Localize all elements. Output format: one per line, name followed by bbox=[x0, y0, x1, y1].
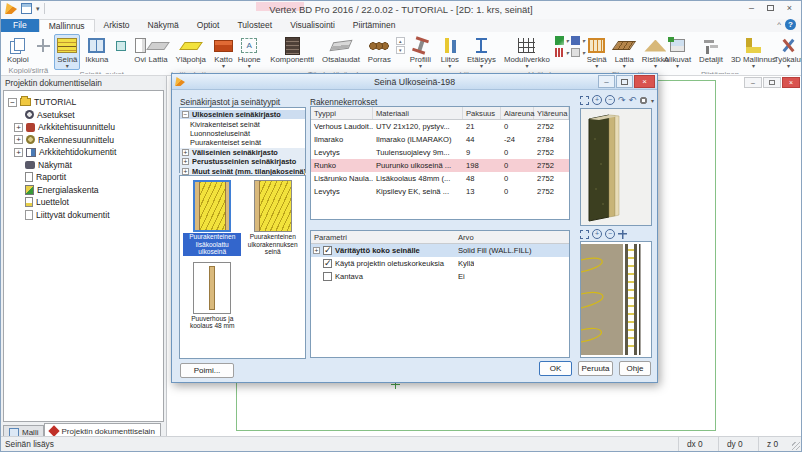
layer-row[interactable]: LevytysKipsilevy EK, seinä ...1302752 bbox=[311, 185, 569, 198]
expand-expander[interactable]: + bbox=[182, 158, 189, 165]
tab-tulosteet[interactable]: Tulosteet bbox=[228, 19, 281, 32]
column-header[interactable]: Arvo bbox=[455, 233, 474, 242]
zone-arrow-button[interactable]: ▾▾ bbox=[555, 36, 585, 45]
tab-nakyma[interactable]: Näkymä bbox=[139, 19, 188, 32]
parameter-value[interactable]: Ei bbox=[458, 272, 465, 281]
siirra-button[interactable] bbox=[34, 34, 53, 57]
tree-item-raportit[interactable]: Raportit bbox=[4, 171, 163, 184]
tree-item-energialaskenta[interactable]: Energialaskenta bbox=[4, 184, 163, 197]
document-restore-button[interactable] bbox=[763, 77, 781, 88]
checkbox-unchecked[interactable] bbox=[323, 272, 332, 281]
katto-button[interactable]: Katto bbox=[211, 34, 236, 70]
alikuvat-button[interactable]: Alikuvat bbox=[661, 34, 694, 70]
zoom-extents-icon[interactable] bbox=[580, 96, 589, 105]
library-node-ulkoseinien[interactable]: −Ulkoseinien seinäkirjasto bbox=[180, 110, 305, 119]
komponentti-button[interactable]: Komponentti bbox=[267, 34, 317, 66]
liitos-button[interactable]: Liitos bbox=[438, 34, 462, 70]
library-node-luonnostelu[interactable]: Luonnosteluseinät bbox=[180, 129, 305, 138]
huone-button[interactable]: Huone bbox=[235, 34, 264, 70]
settings-gear-icon[interactable] bbox=[639, 96, 648, 105]
column-header[interactable]: Tyyppi bbox=[311, 107, 373, 119]
checkbox-checked[interactable] bbox=[323, 259, 332, 268]
zoom-in-icon[interactable] bbox=[592, 229, 602, 239]
elementti-seina-button[interactable]: Seinä bbox=[584, 34, 610, 70]
otsalaudat-button[interactable]: Otsalaudat bbox=[319, 34, 363, 66]
tab-visualisointi[interactable]: Visualisointi bbox=[281, 19, 344, 32]
expand-expander[interactable] bbox=[14, 148, 23, 157]
tyokalut-button[interactable]: Työkalut bbox=[771, 34, 802, 70]
parameter-value[interactable]: Kyllä bbox=[458, 259, 474, 268]
kopioi-button[interactable]: Kopioi bbox=[4, 34, 32, 66]
profiili-button[interactable]: Profiili bbox=[407, 34, 434, 70]
zoom-extents-icon[interactable] bbox=[580, 230, 589, 239]
library-node-kivirakenteiset[interactable]: Kivirakenteiset seinät bbox=[180, 119, 305, 128]
moduliverkko-button[interactable]: Moduliverkko bbox=[501, 34, 553, 70]
tree-item-arkkitehtisuunnittelu[interactable]: Arkkitehtisuunnittelu bbox=[4, 121, 163, 134]
tree-item-luettelot[interactable]: Luettelot bbox=[4, 196, 163, 209]
collapse-expander[interactable]: − bbox=[182, 111, 189, 118]
expand-expander[interactable] bbox=[14, 135, 23, 144]
column-header[interactable]: Parametri bbox=[311, 233, 455, 242]
column-header[interactable]: Yläreuna bbox=[534, 107, 569, 119]
tree-item-liittyvat-dokumentit[interactable]: Liittyvät dokumentit bbox=[4, 209, 163, 222]
tree-item-rakennesuunnittelu[interactable]: Rakennesuunnittelu bbox=[4, 134, 163, 147]
checkbox-checked[interactable] bbox=[323, 246, 332, 255]
column-header[interactable]: Materiaali bbox=[373, 107, 463, 119]
help-icon[interactable]: ? bbox=[785, 19, 796, 30]
ok-button[interactable]: OK bbox=[539, 361, 572, 376]
library-node-puurakenteiset[interactable]: Puurakenteiset seinät bbox=[180, 138, 305, 147]
parameter-value[interactable]: Solid Fill (WALL.FILL) bbox=[458, 246, 532, 255]
dialog-titlebar[interactable]: Seinä Ulkoseinä-198 – × bbox=[172, 74, 657, 90]
tree-item-nakymat[interactable]: Näkymät bbox=[4, 159, 163, 172]
tab-arkisto[interactable]: Arkisto bbox=[95, 19, 139, 32]
close-button[interactable]: × bbox=[780, 1, 799, 14]
zone-grid-button[interactable]: ▾▾ bbox=[555, 48, 585, 57]
tab-piirtaminen[interactable]: Piirtäminen bbox=[344, 19, 405, 32]
parameter-row[interactable]: Kantava Ei bbox=[311, 270, 569, 283]
dialog-minimize-button[interactable]: – bbox=[598, 75, 615, 88]
pan-icon[interactable] bbox=[618, 230, 627, 239]
wall-type-thumbnail[interactable]: Puurakenteinen ulkorakennuksen seinä bbox=[243, 180, 304, 256]
resize-grip[interactable] bbox=[792, 442, 800, 450]
lattia-button[interactable]: Lattia bbox=[145, 34, 170, 66]
minimize-button[interactable]: – bbox=[742, 1, 761, 14]
parameter-row[interactable]: Käytä projektin oletuskorkeuksia Kyllä bbox=[311, 257, 569, 270]
layer-row[interactable]: LevytysTuulensuojalevy 9m...902752 bbox=[311, 146, 569, 159]
elementti-lattia-button[interactable]: Lattia bbox=[612, 34, 637, 70]
chevron-down-icon[interactable]: ▾ bbox=[651, 97, 654, 104]
library-node-valiseinien[interactable]: +Väliseinien seinäkirjasto bbox=[180, 148, 305, 157]
wall-type-thumbnail-selected[interactable]: Puurakenteinen lisäkoolattu ulkoseinä bbox=[182, 180, 243, 256]
tab-mallinnus[interactable]: Mallinnus bbox=[39, 19, 95, 32]
document-close-button[interactable]: × bbox=[782, 77, 800, 88]
maximize-button[interactable] bbox=[761, 1, 780, 14]
wall-type-thumbnail[interactable]: Puuverhous ja koolaus 48 mm bbox=[182, 262, 243, 330]
zoom-out-icon[interactable] bbox=[605, 95, 615, 105]
dialog-close-button[interactable]: × bbox=[634, 75, 655, 88]
wall-3d-preview[interactable] bbox=[580, 108, 652, 226]
gallery-scroll[interactable]: ▴▾ bbox=[396, 37, 405, 54]
tab-optiot[interactable]: Optiot bbox=[188, 19, 229, 32]
ylapohja-button[interactable]: Yläpohja bbox=[173, 34, 209, 66]
document-minimize-button[interactable]: – bbox=[744, 77, 762, 88]
help-button[interactable]: Ohje bbox=[619, 361, 651, 376]
tree-item-tutorial[interactable]: TUTORIAL bbox=[4, 96, 163, 109]
expand-expander[interactable]: + bbox=[182, 149, 189, 156]
ribbon-collapse-icon[interactable]: ^ bbox=[777, 20, 781, 29]
zoom-in-icon[interactable] bbox=[592, 95, 602, 105]
expand-expander[interactable]: + bbox=[313, 247, 320, 254]
pane-button[interactable] bbox=[113, 34, 129, 57]
tree-item-asetukset[interactable]: Asetukset bbox=[4, 109, 163, 122]
layer-row[interactable]: Verhous Laudoit...UTV 21x120, pystyv...2… bbox=[311, 120, 569, 133]
porras-button[interactable]: Porras bbox=[365, 34, 394, 66]
ikkuna-button[interactable]: Ikkuna bbox=[82, 34, 111, 66]
layer-row[interactable]: IlmarakoIlmarako (ILMARAKO)44-242784 bbox=[311, 133, 569, 146]
dialog-maximize-button[interactable] bbox=[616, 75, 633, 88]
parameter-row-selected[interactable]: + Väritäyttö koko seinälle Solid Fill (W… bbox=[311, 244, 569, 257]
cancel-button[interactable]: Peruuta bbox=[578, 361, 613, 376]
detaljit-button[interactable]: Detaljit bbox=[696, 34, 726, 66]
seina-button[interactable]: Seinä bbox=[54, 34, 80, 70]
file-menu-button[interactable]: File bbox=[1, 19, 39, 32]
rotate-cw-icon[interactable] bbox=[618, 95, 626, 105]
layer-row-selected[interactable]: RunkoPuurunko ulkoseinä ...19802752 bbox=[311, 159, 569, 172]
layer-row[interactable]: Lisärunko Naula...Lisäkoolaus 48mm (...4… bbox=[311, 172, 569, 185]
